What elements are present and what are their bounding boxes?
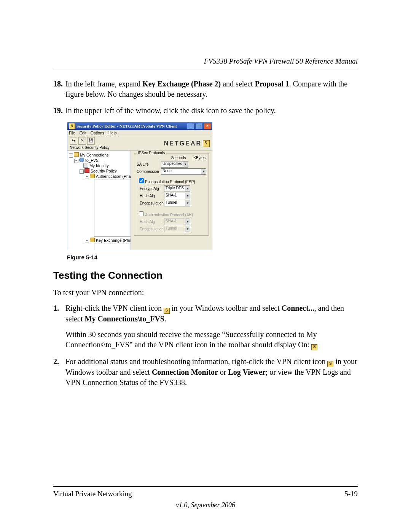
brand-logo: NETGEAR S: [164, 140, 210, 147]
step-body: For additional status and troubleshootin…: [65, 356, 358, 388]
menu-edit[interactable]: Edit: [80, 131, 86, 135]
group-title: IPSec Protocols: [137, 151, 166, 155]
header-rule: [53, 68, 358, 68]
bold-text: Proposal 1: [255, 80, 289, 88]
step-18: 18. In the left frame, expand Key Exchan…: [53, 79, 358, 99]
bold-text: My Connections\to_FVS: [85, 315, 164, 323]
ah-encapsulation-select: Tunnel: [164, 226, 190, 232]
toolbar-move-button[interactable]: ⇆: [70, 137, 77, 145]
page-icon: [94, 243, 131, 250]
compression-select[interactable]: None: [161, 168, 206, 175]
compression-label: Compression: [137, 169, 159, 174]
col-kbytes: KBytes: [193, 156, 206, 160]
ipsec-protocols-group: IPSec Protocols SecondsKBytes SA LifeUns…: [134, 153, 209, 236]
step-number: 18.: [53, 79, 65, 99]
step-number: 2.: [53, 356, 65, 388]
tree-auth-phase-1[interactable]: Authentication (Phase 1): [96, 174, 131, 179]
handshake-icon: [90, 174, 95, 178]
ah-hash-alg-label: Hash Alg: [140, 220, 162, 224]
bold-text: Log Viewer: [228, 368, 265, 376]
tree-key-exchange-phase-2[interactable]: Key Exchange (Phase 2): [96, 238, 131, 243]
footer-version: v1.0, September 2006: [53, 501, 358, 509]
esp-checkbox[interactable]: [139, 178, 144, 183]
text: .: [164, 315, 166, 323]
toolbar-row: ⇆ ✕ 💾 Network Security Policy NETGEAR S: [67, 136, 212, 151]
ah-checkbox[interactable]: [139, 211, 144, 216]
bold-text: Key Exchange (Phase 2): [142, 80, 221, 88]
tree-view[interactable]: −My Connections −to_FVS My Identity −Sec…: [67, 151, 131, 250]
text: Right-click the VPN client icon: [65, 304, 164, 312]
nsp-label: Network Security Policy: [70, 145, 110, 150]
text: and select: [221, 80, 255, 88]
tree-my-connections[interactable]: My Connections: [80, 153, 108, 157]
bold-text: Connect...: [282, 304, 314, 312]
vpn-client-on-icon: S: [311, 344, 317, 350]
ah-check-label: Authentication Protocol (AH): [145, 213, 193, 217]
encrypt-alg-label: Encrypt Alg: [140, 187, 162, 191]
expander-icon[interactable]: −: [74, 159, 78, 163]
minimize-button[interactable]: _: [187, 123, 194, 129]
window-title: Security Policy Editor - NETGEAR ProSafe…: [76, 124, 177, 128]
vpn-client-icon: S: [164, 308, 170, 314]
text: In the left frame, expand: [65, 80, 142, 88]
bold-text: Connection Monitor: [152, 368, 218, 376]
key-icon: [90, 238, 95, 242]
page-footer: Virtual Private Networking 5-19 v1.0, Se…: [53, 486, 358, 509]
step-body: In the upper left of the window, click t…: [65, 105, 358, 116]
expander-icon[interactable]: −: [85, 239, 89, 243]
encapsulation-label: Encapsulation: [140, 201, 162, 205]
footer-rule: [53, 486, 358, 487]
col-seconds: Seconds: [171, 156, 186, 160]
step-body: In the left frame, expand Key Exchange (…: [65, 79, 358, 99]
lock-icon: [84, 168, 89, 173]
encapsulation-select[interactable]: Tunnel: [164, 200, 190, 206]
expander-icon[interactable]: −: [85, 175, 89, 179]
toolbar-save-button[interactable]: 💾: [87, 137, 95, 145]
close-button[interactable]: ×: [204, 123, 211, 129]
maximize-button[interactable]: □: [195, 123, 203, 129]
ah-hash-alg-select: SHA-1: [164, 219, 190, 225]
menubar: File Edit Options Help: [67, 130, 212, 136]
expander-icon[interactable]: −: [80, 169, 84, 174]
properties-panel: IPSec Protocols SecondsKBytes SA LifeUns…: [131, 151, 212, 250]
footer-page-number: 5-19: [344, 490, 358, 498]
header-doc-title: FVS338 ProSafe VPN Firewall 50 Reference…: [53, 57, 358, 66]
step-body: Right-click the VPN client icon S in you…: [65, 303, 358, 350]
app-icon: N: [69, 123, 75, 129]
screenshot-window: N Security Policy Editor - NETGEAR ProSa…: [67, 122, 212, 250]
sa-life-select[interactable]: Unspecified: [161, 161, 188, 168]
menu-file[interactable]: File: [69, 131, 75, 135]
step-number: 19.: [53, 105, 65, 116]
tree-my-identity[interactable]: My Identity: [89, 163, 109, 168]
step-19: 19. In the upper left of the window, cli…: [53, 105, 358, 116]
sa-life-label: SA Life: [137, 162, 159, 166]
tree-security-policy[interactable]: Security Policy: [91, 169, 117, 173]
window-titlebar: N Security Policy Editor - NETGEAR ProSa…: [67, 122, 212, 130]
folder-icon: [74, 152, 79, 157]
globe-icon: [79, 158, 84, 162]
brand-text: NETGEAR: [164, 140, 202, 147]
test-step-1: 1. Right-click the VPN client icon S in …: [53, 303, 358, 350]
page-icon: [94, 179, 131, 237]
expander-icon[interactable]: −: [69, 153, 73, 158]
identity-icon: [83, 163, 88, 168]
test-step-2: 2. For additional status and troubleshoo…: [53, 356, 358, 388]
vpn-client-icon: S: [327, 361, 333, 367]
text: For additional status and troubleshootin…: [65, 357, 327, 366]
section-heading: Testing the Connection: [53, 270, 358, 281]
esp-check-label: Encapsulation Protocol (ESP): [145, 180, 195, 184]
menu-options[interactable]: Options: [91, 131, 104, 135]
encrypt-alg-select[interactable]: Triple DES: [164, 185, 190, 192]
hash-alg-select[interactable]: SHA-1: [164, 193, 190, 199]
section-intro: To test your VPN connection:: [53, 288, 358, 297]
menu-help[interactable]: Help: [108, 131, 117, 135]
text: or: [218, 368, 228, 376]
ah-encapsulation-label: Encapsulation: [140, 227, 162, 231]
text: in your Windows toolbar and select: [170, 304, 282, 312]
text: Within 30 seconds you should receive the…: [65, 330, 317, 349]
brand-icon: S: [203, 140, 210, 147]
step-number: 1.: [53, 303, 65, 350]
toolbar-delete-button[interactable]: ✕: [78, 137, 86, 145]
tree-to-fvs[interactable]: to_FVS: [85, 158, 99, 163]
footer-chapter: Virtual Private Networking: [53, 490, 132, 498]
